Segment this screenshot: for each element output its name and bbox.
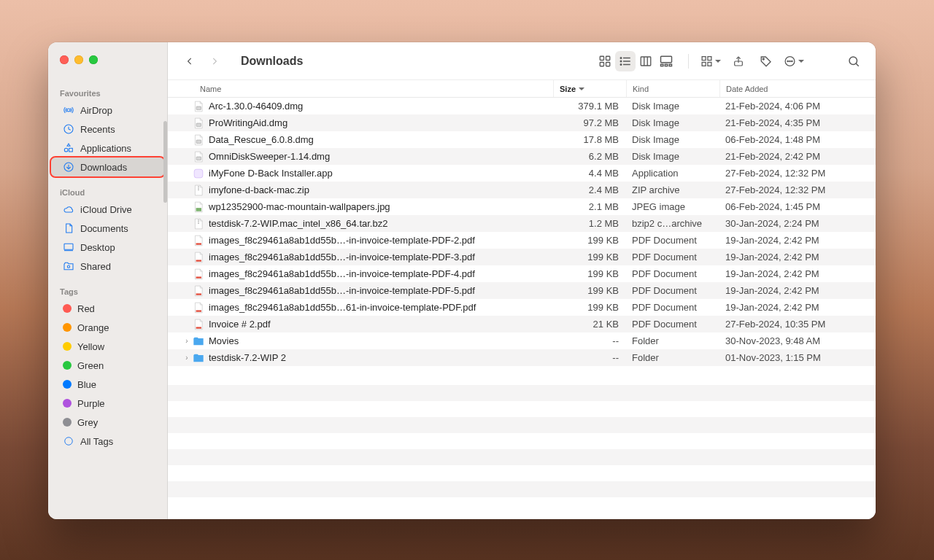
file-type-icon (193, 101, 204, 112)
share-icon (63, 260, 74, 272)
file-row[interactable]: images_f8c29461a8ab1dd55b…61-in-invoice-… (168, 299, 876, 316)
sidebar-item-documents[interactable]: Documents (51, 219, 164, 238)
svg-rect-40 (196, 123, 201, 127)
file-row[interactable]: Arc-1.30.0-46409.dmg379.1 MBDisk Image21… (168, 98, 876, 114)
column-header-date[interactable]: Date Added (719, 80, 876, 97)
sidebar-scrollbar[interactable] (163, 121, 167, 203)
sidebar-item-red[interactable]: Red (51, 299, 164, 318)
tag-dot-icon (63, 342, 72, 351)
svg-rect-43 (194, 169, 203, 178)
svg-rect-6 (64, 244, 73, 249)
sidebar-item-icloud-drive[interactable]: iCloud Drive (51, 200, 164, 219)
sidebar-item-applications[interactable]: Applications (51, 139, 164, 158)
disclosure-triangle-icon[interactable]: › (182, 337, 191, 345)
file-row[interactable]: Invoice # 2.pdf21 KBPDF Document27-Feb-2… (168, 316, 876, 332)
zoom-window-button[interactable] (89, 55, 98, 64)
svg-rect-52 (196, 327, 201, 328)
column-header-kind[interactable]: Kind (626, 80, 719, 97)
file-kind: Folder (626, 352, 719, 363)
file-row[interactable]: images_f8c29461a8ab1dd55b…-in-invoice-te… (168, 282, 876, 299)
svg-point-17 (620, 57, 622, 58)
file-date-added: 19-Jan-2024, 2:42 PM (719, 285, 876, 296)
nav-back-button[interactable] (180, 51, 200, 71)
column-header-name[interactable]: Name (200, 80, 553, 97)
file-type-icon (193, 218, 204, 230)
file-row[interactable]: testdisk-7.2-WIP.mac_intel_x86_64.tar.bz… (168, 215, 876, 232)
file-row[interactable]: imyfone-d-back-mac.zip2.4 MBZIP archive2… (168, 182, 876, 198)
file-row[interactable]: images_f8c29461a8ab1dd55b…-in-invoice-te… (168, 232, 876, 249)
sidebar-item-grey[interactable]: Grey (51, 413, 164, 432)
sidebar-item-yellow[interactable]: Yellow (51, 337, 164, 356)
recents-icon (63, 123, 74, 135)
view-list-button[interactable] (615, 51, 636, 71)
file-date-added: 19-Jan-2024, 2:42 PM (719, 235, 876, 246)
disclosure-triangle-icon[interactable]: › (182, 354, 191, 362)
actions-button[interactable] (784, 51, 804, 71)
sidebar-item-label: Shared (80, 261, 111, 272)
file-size: 4.4 MB (553, 168, 626, 179)
sidebar-item-blue[interactable]: Blue (51, 375, 164, 394)
file-size: 199 KB (553, 285, 626, 296)
column-headers: Name Size Kind Date Added (168, 80, 876, 98)
sidebar-item-recents[interactable]: Recents (51, 120, 164, 139)
file-row[interactable]: ›testdisk-7.2-WIP 2--Folder01-Nov-2023, … (168, 349, 876, 366)
file-size: 6.2 MB (553, 151, 626, 162)
file-name: images_f8c29461a8ab1dd55b…-in-invoice-te… (209, 285, 553, 296)
minimize-window-button[interactable] (74, 55, 83, 64)
file-name: images_f8c29461a8ab1dd55b…-in-invoice-te… (209, 268, 553, 279)
svg-rect-45 (196, 208, 201, 211)
file-size: 199 KB (553, 268, 626, 279)
file-row[interactable]: OmniDiskSweeper-1.14.dmg6.2 MBDisk Image… (168, 148, 876, 165)
search-button[interactable] (844, 51, 864, 71)
sidebar-item-shared[interactable]: Shared (51, 257, 164, 276)
share-button[interactable] (728, 51, 749, 71)
file-row[interactable]: Data_Rescue_6.0.8.dmg17.8 MBDisk Image06… (168, 131, 876, 148)
file-row[interactable]: ›Movies--Folder30-Nov-2023, 9:48 AM (168, 332, 876, 349)
column-header-size[interactable]: Size (553, 80, 626, 97)
tag-dot-icon (63, 418, 72, 427)
sidebar-item-label: Downloads (80, 162, 127, 173)
file-name: Arc-1.30.0-46409.dmg (209, 101, 553, 112)
sidebar-item-downloads[interactable]: Downloads (51, 158, 164, 176)
svg-point-32 (763, 58, 764, 60)
sidebar-item-green[interactable]: Green (51, 356, 164, 375)
sidebar-heading: Tags (48, 283, 167, 299)
sidebar-item-label: Desktop (80, 242, 115, 253)
svg-rect-50 (196, 293, 201, 295)
file-type-icon (193, 235, 204, 246)
svg-rect-26 (669, 64, 671, 66)
tags-button[interactable] (756, 51, 776, 71)
close-window-button[interactable] (60, 55, 69, 64)
file-row[interactable]: images_f8c29461a8ab1dd55b…-in-invoice-te… (168, 265, 876, 282)
view-icons-button[interactable] (595, 51, 615, 71)
svg-point-34 (787, 61, 788, 61)
file-kind: JPEG image (626, 201, 719, 212)
sidebar-item-airdrop[interactable]: AirDrop (51, 101, 164, 120)
sidebar-heading: iCloud (48, 184, 167, 200)
file-row[interactable]: iMyFone D-Back Installer.app4.4 MBApplic… (168, 165, 876, 182)
view-gallery-button[interactable] (656, 51, 676, 71)
file-date-added: 30-Nov-2023, 9:48 AM (719, 335, 876, 346)
file-type-icon (193, 117, 204, 129)
svg-line-38 (856, 63, 859, 66)
svg-point-36 (792, 61, 792, 61)
file-date-added: 21-Feb-2024, 4:35 PM (719, 117, 876, 128)
sidebar-item-all-tags[interactable]: All Tags (51, 432, 164, 451)
svg-rect-51 (196, 310, 201, 311)
window-title: Downloads (241, 55, 303, 68)
file-row[interactable]: images_f8c29461a8ab1dd55b…-in-invoice-te… (168, 249, 876, 265)
view-columns-button[interactable] (636, 51, 656, 71)
group-by-button[interactable] (700, 51, 721, 71)
nav-forward-button[interactable] (204, 51, 225, 71)
file-type-icon (193, 184, 204, 196)
tag-dot-icon (63, 380, 72, 389)
sidebar-item-orange[interactable]: Orange (51, 318, 164, 337)
sidebar-item-label: Red (77, 303, 95, 314)
file-type-icon (193, 252, 204, 263)
file-row[interactable]: ProWritingAid.dmg97.2 MBDisk Image21-Feb… (168, 114, 876, 131)
sidebar-item-label: All Tags (80, 436, 113, 447)
sidebar-item-desktop[interactable]: Desktop (51, 238, 164, 257)
sidebar-item-purple[interactable]: Purple (51, 394, 164, 413)
svg-rect-30 (708, 62, 711, 66)
file-row[interactable]: wp12352900-mac-mountain-wallpapers.jpg2.… (168, 198, 876, 215)
